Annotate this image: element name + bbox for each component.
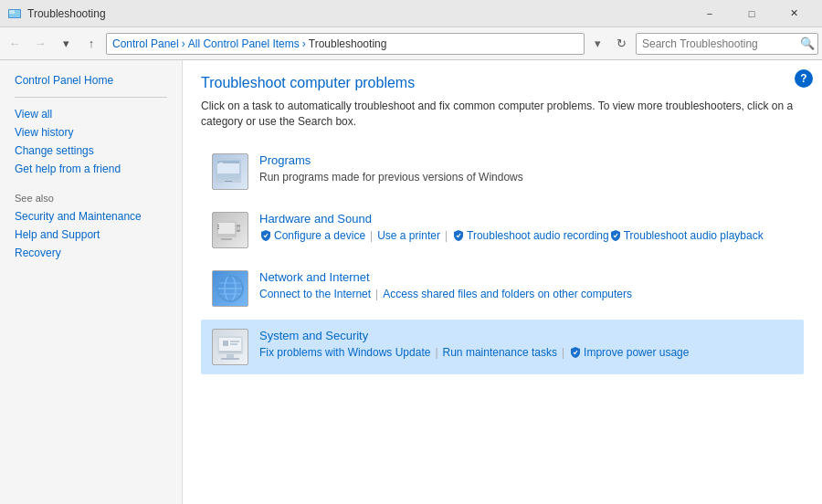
help-support-link[interactable]: Help and Support (15, 228, 100, 241)
system-links: Fix problems with Windows Update | Run m… (259, 346, 793, 359)
sidebar-security-maintenance[interactable]: Security and Maintenance (0, 207, 182, 226)
category-hardware[interactable]: Hardware and Sound Configure a device | … (201, 203, 804, 257)
breadcrumb-path: Control Panel › All Control Panel Items … (106, 33, 585, 55)
close-button[interactable]: ✕ (773, 0, 815, 27)
search-button[interactable]: 🔍 (800, 37, 815, 50)
search-wrapper: 🔍 (636, 33, 818, 55)
view-all-link[interactable]: View all (15, 108, 52, 121)
page-title: Troubleshoot computer problems (201, 75, 804, 91)
svg-rect-29 (219, 352, 241, 352)
system-name[interactable]: System and Security (259, 329, 793, 342)
svg-rect-15 (217, 226, 219, 227)
page-description: Click on a task to automatically trouble… (201, 99, 804, 130)
title-bar: Troubleshooting − □ ✕ (0, 0, 822, 27)
use-printer-link[interactable]: Use a printer (377, 229, 440, 242)
window-icon (7, 6, 22, 21)
svg-rect-13 (221, 238, 232, 240)
hardware-name[interactable]: Hardware and Sound (259, 212, 793, 226)
window-controls: − □ ✕ (689, 0, 815, 27)
sidebar-view-history[interactable]: View history (0, 123, 182, 142)
change-settings-link[interactable]: Change settings (15, 144, 94, 157)
network-links: Connect to the Internet | Access shared … (259, 288, 793, 300)
improve-power-link[interactable]: Improve power usage (584, 346, 689, 359)
shield-icon-configure (259, 229, 272, 242)
network-info: Network and Internet Connect to the Inte… (259, 270, 793, 300)
category-network[interactable]: Network and Internet Connect to the Inte… (201, 261, 804, 316)
sep-h1: | (370, 229, 373, 242)
svg-rect-2 (9, 10, 15, 14)
network-name[interactable]: Network and Internet (259, 270, 793, 284)
sidebar: Control Panel Home View all View history… (0, 60, 183, 504)
sidebar-help-support[interactable]: Help and Support (0, 226, 182, 244)
breadcrumb-current: Troubleshooting (309, 37, 387, 50)
programs-desc: Run programs made for previous versions … (259, 171, 523, 184)
system-info: System and Security Fix problems with Wi… (259, 329, 793, 359)
shield-icon-audio (452, 229, 465, 242)
svg-rect-31 (221, 358, 239, 360)
control-panel-home-link[interactable]: Control Panel Home (15, 74, 113, 87)
recovery-link[interactable]: Recovery (15, 247, 61, 259)
system-icon (212, 329, 248, 365)
security-maintenance-link[interactable]: Security and Maintenance (15, 210, 142, 223)
sidebar-divider-1 (15, 97, 167, 98)
network-icon (212, 270, 248, 307)
svg-rect-8 (225, 181, 232, 182)
get-help-link[interactable]: Get help from a friend (15, 163, 121, 175)
svg-rect-26 (223, 341, 228, 346)
svg-rect-16 (217, 228, 219, 229)
svg-rect-28 (230, 343, 237, 345)
run-maintenance-link[interactable]: Run maintenance tasks (443, 346, 557, 359)
forward-button[interactable]: → (29, 33, 51, 55)
sep2: › (302, 37, 306, 50)
svg-point-12 (237, 226, 240, 230)
hardware-links: Configure a device | Use a printer | Tro… (259, 229, 793, 242)
dropdown-button[interactable]: ▾ (55, 33, 77, 55)
sep-s1: | (435, 346, 437, 359)
category-system[interactable]: System and Security Fix problems with Wi… (201, 320, 804, 374)
address-bar: ← → ▾ ↑ Control Panel › All Control Pane… (0, 27, 822, 60)
view-history-link[interactable]: View history (15, 126, 73, 139)
access-shared-link[interactable]: Access shared files and folders on other… (383, 288, 632, 300)
help-button[interactable]: ? (795, 69, 813, 88)
sidebar-change-settings[interactable]: Change settings (0, 142, 182, 160)
hardware-icon (212, 212, 248, 248)
sidebar-view-all[interactable]: View all (0, 105, 182, 123)
programs-info: Programs Run programs made for previous … (259, 153, 793, 184)
sidebar-get-help[interactable]: Get help from a friend (0, 160, 182, 178)
sidebar-control-panel-home[interactable]: Control Panel Home (0, 71, 182, 89)
programs-icon (212, 153, 248, 190)
search-input[interactable] (636, 33, 818, 55)
sep-s2: | (562, 346, 564, 359)
troubleshoot-audio-recording-link[interactable]: Troubleshoot audio recording (467, 229, 609, 242)
refresh-button[interactable]: ↻ (610, 33, 632, 55)
troubleshoot-audio-playback-link[interactable]: Troubleshoot audio playback (624, 229, 764, 242)
maximize-button[interactable]: □ (731, 0, 773, 27)
sep-h2: | (445, 229, 448, 242)
minimize-button[interactable]: − (689, 0, 731, 27)
sep1: › (182, 37, 185, 50)
svg-rect-14 (217, 225, 219, 226)
breadcrumb-allitems[interactable]: All Control Panel Items (188, 37, 300, 50)
configure-device-link[interactable]: Configure a device (274, 229, 365, 242)
sidebar-recovery[interactable]: Recovery (0, 244, 182, 262)
svg-rect-27 (230, 341, 239, 342)
see-also-label: See also (0, 178, 182, 207)
up-button[interactable]: ↑ (80, 33, 102, 55)
back-button[interactable]: ← (4, 33, 26, 55)
main-area: Control Panel Home View all View history… (0, 60, 822, 504)
svg-rect-10 (218, 223, 235, 234)
shield-icon-power (569, 346, 582, 359)
content-area: Troubleshoot computer problems Click on … (183, 60, 822, 504)
programs-name[interactable]: Programs (259, 153, 793, 167)
breadcrumb-cp[interactable]: Control Panel (112, 37, 179, 50)
connect-internet-link[interactable]: Connect to the Internet (259, 288, 371, 300)
category-programs[interactable]: Programs Run programs made for previous … (201, 144, 804, 199)
fix-windows-update-link[interactable]: Fix problems with Windows Update (259, 346, 430, 359)
hardware-info: Hardware and Sound Configure a device | … (259, 212, 793, 242)
svg-rect-6 (219, 163, 223, 163)
shield-icon-audio-playback (609, 229, 622, 242)
address-dropdown-button[interactable]: ▾ (588, 33, 606, 55)
svg-rect-30 (227, 354, 234, 358)
sep-n1: | (375, 288, 378, 300)
programs-links: Run programs made for previous versions … (259, 171, 793, 184)
